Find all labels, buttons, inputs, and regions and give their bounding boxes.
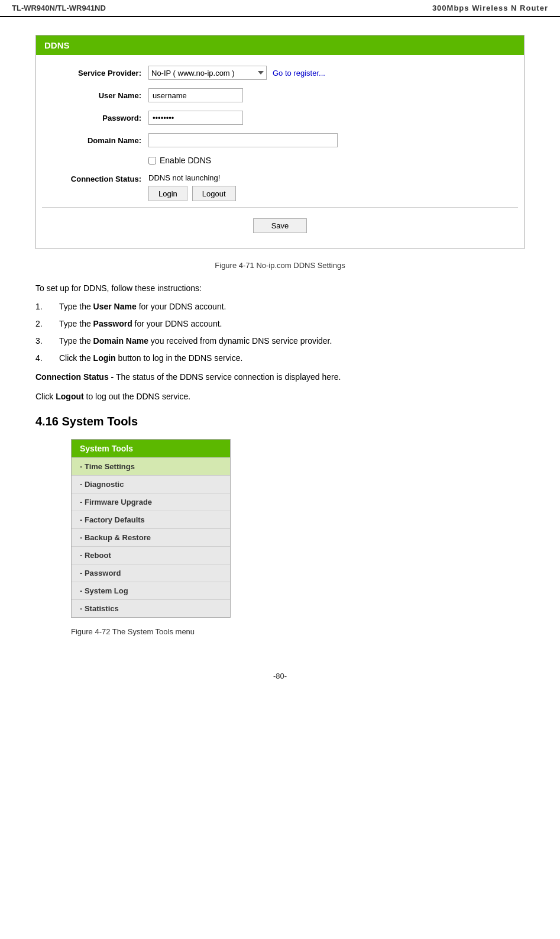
logout-note-rest: to log out the DDNS service. xyxy=(84,392,191,401)
list-item: 2. Type the Password for your DDNS accou… xyxy=(35,318,525,330)
step-bold: Domain Name xyxy=(93,336,148,346)
connection-note: Connection Status - The status of the DD… xyxy=(35,370,525,383)
menu-item-password[interactable]: - Password xyxy=(72,564,230,582)
step-num: 4. xyxy=(35,352,59,364)
section416-heading: 4.16 System Tools xyxy=(35,415,525,428)
menu-item-firmware-upgrade[interactable]: - Firmware Upgrade xyxy=(72,493,230,511)
username-control xyxy=(148,88,518,102)
status-buttons: Login Logout xyxy=(148,186,236,201)
step-num: 2. xyxy=(35,318,59,330)
username-row: User Name: xyxy=(42,88,518,102)
domain-label: Domain Name: xyxy=(42,136,148,145)
logout-note-pre: Click xyxy=(35,392,56,401)
ddns-form-area: Service Provider: No-IP ( www.no-ip.com … xyxy=(36,55,524,249)
menu-item-backup-restore[interactable]: - Backup & Restore xyxy=(72,529,230,547)
menu-item-reboot[interactable]: - Reboot xyxy=(72,547,230,564)
instructions-list: 1. Type the User Name for your DDNS acco… xyxy=(35,301,525,364)
header-model: TL-WR940N/TL-WR941ND xyxy=(12,4,106,12)
logout-note-bold: Logout xyxy=(56,392,83,401)
step-text: Type the User Name for your DDNS account… xyxy=(59,301,525,313)
connection-status-row: Connection Status: DDNS not launching! L… xyxy=(42,173,518,201)
enable-ddns-label: Enable DDNS xyxy=(160,156,211,165)
status-area: DDNS not launching! Login Logout xyxy=(148,173,236,201)
password-label: Password: xyxy=(42,114,148,122)
step-bold: Password xyxy=(93,319,132,328)
step-bold: Login xyxy=(93,353,116,363)
ddns-title: DDNS xyxy=(36,36,524,55)
step-num: 3. xyxy=(35,335,59,347)
logout-note: Click Logout to log out the DDNS service… xyxy=(35,390,525,403)
username-input[interactable] xyxy=(148,88,243,102)
menu-item-time-settings[interactable]: - Time Settings xyxy=(72,458,230,476)
list-item: 4. Click the Login button to log in the … xyxy=(35,352,525,364)
list-item: 3. Type the Domain Name you received fro… xyxy=(35,335,525,347)
domain-input[interactable] xyxy=(148,133,338,147)
save-row: Save xyxy=(42,214,518,238)
main-content: DDNS Service Provider: No-IP ( www.no-ip… xyxy=(0,17,560,666)
service-provider-select[interactable]: No-IP ( www.no-ip.com ) xyxy=(148,66,267,80)
step-bold: User Name xyxy=(93,302,137,311)
system-tools-menu: System Tools - Time Settings - Diagnosti… xyxy=(71,439,231,618)
header-product: 300Mbps Wireless N Router xyxy=(432,4,548,12)
ddns-form-box: DDNS Service Provider: No-IP ( www.no-ip… xyxy=(35,35,525,249)
figure72-caption: Figure 4-72 The System Tools menu xyxy=(71,627,525,636)
connection-note-rest: The status of the DDNS service connectio… xyxy=(116,372,341,382)
service-provider-control: No-IP ( www.no-ip.com ) Go to register..… xyxy=(148,66,518,80)
service-provider-label: Service Provider: xyxy=(42,69,148,78)
enable-ddns-row: Enable DDNS xyxy=(42,156,518,165)
menu-item-statistics[interactable]: - Statistics xyxy=(72,600,230,617)
save-button[interactable]: Save xyxy=(253,218,307,233)
menu-header: System Tools xyxy=(72,440,230,458)
page-header: TL-WR940N/TL-WR941ND 300Mbps Wireless N … xyxy=(0,0,560,17)
domain-row: Domain Name: xyxy=(42,133,518,147)
menu-item-system-log[interactable]: - System Log xyxy=(72,582,230,600)
step-text: Type the Domain Name you received from d… xyxy=(59,335,525,347)
domain-control xyxy=(148,133,518,147)
username-label: User Name: xyxy=(42,91,148,100)
connection-status-text: DDNS not launching! xyxy=(148,173,236,182)
password-input[interactable] xyxy=(148,111,243,125)
service-provider-row: Service Provider: No-IP ( www.no-ip.com … xyxy=(42,66,518,80)
step-text: Click the Login button to log in the DDN… xyxy=(59,352,525,364)
step-num: 1. xyxy=(35,301,59,313)
connection-note-bold: Connection Status - xyxy=(35,372,114,382)
form-divider xyxy=(42,207,518,208)
instructions-intro: To set up for DDNS, follow these instruc… xyxy=(35,282,525,295)
page-footer: -80- xyxy=(0,672,560,692)
list-item: 1. Type the User Name for your DDNS acco… xyxy=(35,301,525,313)
page-number: -80- xyxy=(273,672,287,680)
password-row: Password: xyxy=(42,111,518,125)
menu-item-diagnostic[interactable]: - Diagnostic xyxy=(72,476,230,493)
connection-status-label: Connection Status: xyxy=(42,173,148,183)
enable-ddns-checkbox[interactable] xyxy=(148,157,156,164)
menu-item-factory-defaults[interactable]: - Factory Defaults xyxy=(72,511,230,529)
password-control xyxy=(148,111,518,125)
logout-button[interactable]: Logout xyxy=(192,186,236,201)
step-text: Type the Password for your DDNS account. xyxy=(59,318,525,330)
login-button[interactable]: Login xyxy=(148,186,187,201)
go-register-link[interactable]: Go to register... xyxy=(273,69,325,78)
figure71-caption: Figure 4-71 No-ip.com DDNS Settings xyxy=(35,261,525,270)
